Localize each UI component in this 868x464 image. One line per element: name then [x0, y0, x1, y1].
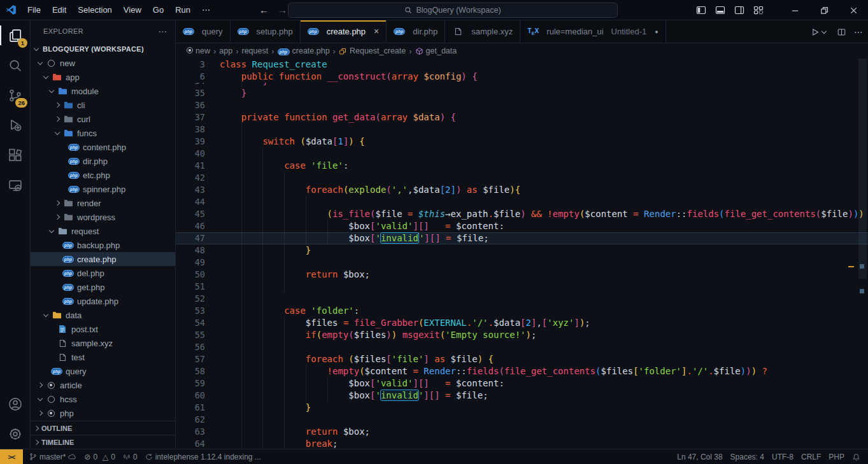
tree-item-new[interactable]: new	[31, 56, 175, 70]
tree-item-cli[interactable]: cli	[31, 98, 175, 112]
indent-guide	[284, 390, 285, 402]
tree-item-module[interactable]: module	[31, 84, 175, 98]
tree-item-render[interactable]: render	[31, 196, 175, 210]
line-content: switch ($data[1]) {	[205, 136, 868, 148]
tree-item-query[interactable]: phpquery	[31, 364, 175, 378]
tree-item-create-php[interactable]: phpcreate.php	[31, 252, 175, 266]
tab-create-php[interactable]: phpcreate.php×	[301, 20, 387, 43]
toggle-secondary-sidebar-icon[interactable]	[734, 5, 744, 15]
close-button[interactable]	[839, 0, 868, 20]
chevron-right-icon	[55, 214, 60, 220]
editor-scrollbar[interactable]	[858, 59, 867, 279]
tree-item-del-php[interactable]: phpdel.php	[31, 266, 175, 280]
problems-item[interactable]: ⊘ 0 △ 0	[80, 449, 119, 464]
cursor-position[interactable]: Ln 47, Col 38	[673, 449, 726, 464]
line-content	[205, 148, 868, 160]
php-file-icon: php	[68, 186, 80, 193]
line-number: 37	[176, 111, 205, 123]
indentation[interactable]: Spaces: 4	[727, 449, 768, 464]
tree-item-post-txt[interactable]: post.txt	[31, 322, 175, 336]
remote-explorer-activity-item[interactable]	[0, 170, 30, 200]
customize-layout-icon[interactable]	[753, 5, 764, 15]
tree-item-article[interactable]: article	[31, 378, 175, 392]
line-content: foreach(explode(',',$data[2]) as $file){	[205, 184, 868, 196]
breadcrumb-item-get_data[interactable]: get_data	[415, 46, 457, 55]
tab-close-icon[interactable]: ×	[374, 26, 379, 36]
menu-item-file[interactable]: File	[22, 3, 46, 17]
php-file-icon: php	[51, 368, 62, 375]
menu-item-go[interactable]: Go	[147, 3, 169, 17]
language-server-item[interactable]: intelephense 1.12.4 indexing ...	[141, 449, 265, 464]
split-editor-button[interactable]	[837, 28, 846, 36]
tree-item-dir-php[interactable]: phpdir.php	[31, 154, 175, 168]
tree-item-sample-xyz[interactable]: sample.xyz	[31, 336, 175, 350]
encoding[interactable]: UTF-8	[768, 449, 797, 464]
minimize-button[interactable]	[780, 0, 809, 20]
more-actions-icon[interactable]: ⋯	[854, 27, 863, 37]
run-button[interactable]	[811, 28, 829, 36]
tree-item-update-php[interactable]: phpupdate.php	[31, 294, 175, 308]
tree-item-spinner-php[interactable]: phpspinner.php	[31, 182, 175, 196]
breadcrumb-item-Request_create[interactable]: Request_create	[339, 46, 406, 55]
tree-item-app[interactable]: app	[31, 70, 175, 84]
menu-item-selection[interactable]: Selection	[72, 3, 117, 17]
run-dropdown-icon[interactable]	[822, 29, 827, 34]
tree-item-content-php[interactable]: phpcontent.php	[31, 140, 175, 154]
tree-item-funcs[interactable]: funcs	[31, 126, 175, 140]
toggle-panel-icon[interactable]	[715, 5, 725, 15]
breadcrumb-item-app[interactable]: app	[219, 46, 232, 55]
breadcrumb-item-request[interactable]: request	[241, 46, 268, 55]
outline-panel-header[interactable]: OUTLINE	[31, 421, 175, 435]
git-branch-item[interactable]: master*	[25, 449, 80, 464]
tree-item-php[interactable]: php	[31, 406, 175, 420]
menu-item-⋯[interactable]: ⋯	[196, 3, 216, 17]
menu-item-edit[interactable]: Edit	[46, 3, 72, 17]
files-activity-item[interactable]: 1	[0, 20, 30, 50]
extensions-activity-item[interactable]	[0, 140, 30, 170]
timeline-panel-header[interactable]: TIMELINE	[31, 435, 175, 449]
source-control-activity-item[interactable]: 26	[0, 80, 30, 110]
ports-item[interactable]: 0	[119, 449, 141, 464]
php-file-icon: php	[62, 284, 74, 291]
tab-sample-xyz[interactable]: sample.xyz	[445, 20, 520, 43]
search-activity-item[interactable]	[0, 50, 30, 80]
menu-item-view[interactable]: View	[118, 3, 147, 17]
menu-item-run[interactable]: Run	[169, 3, 196, 17]
workspace-section-header[interactable]: BLOGQUERY (WORKSPACE)	[31, 42, 175, 56]
tree-item-label: post.txt	[71, 325, 98, 334]
language-mode[interactable]: PHP	[825, 449, 848, 464]
line-number: 46	[176, 220, 205, 232]
eol-sequence[interactable]: CRLF	[797, 449, 825, 464]
nav-back-icon[interactable]: ←	[259, 4, 269, 15]
tree-item-label: curl	[77, 115, 90, 124]
class-symbol-icon	[339, 47, 347, 55]
command-center-search[interactable]: BlogQuery (Workspace)	[288, 3, 618, 18]
breadcrumb-item-create-php[interactable]: phpcreate.php	[278, 46, 330, 55]
run-debug-activity-item[interactable]	[0, 110, 30, 140]
restore-button[interactable]	[809, 0, 839, 20]
tree-item-hcss[interactable]: hcss	[31, 392, 175, 406]
breadcrumb-item-new[interactable]: new	[187, 46, 210, 55]
tree-item-data[interactable]: data	[31, 308, 175, 322]
tree-item-label: get.php	[77, 283, 104, 292]
account-activity-item[interactable]	[0, 389, 30, 419]
tree-item-test[interactable]: test	[31, 350, 175, 364]
tree-item-request[interactable]: request	[31, 224, 175, 238]
tree-item-backup-php[interactable]: phpbackup.php	[31, 238, 175, 252]
tab-dir-php[interactable]: phpdir.php	[387, 20, 445, 43]
settings-gear-activity-item[interactable]	[0, 419, 30, 449]
tab-query[interactable]: phpquery	[176, 20, 231, 43]
toggle-sidebar-icon[interactable]	[696, 5, 706, 15]
tree-item-get-php[interactable]: phpget.php	[31, 280, 175, 294]
tab-rule-median_ui[interactable]: TEXrule=median_uiUntitled-1●	[520, 20, 665, 43]
tree-item-curl[interactable]: curl	[31, 112, 175, 126]
tree-item-etc-php[interactable]: phpetc.php	[31, 168, 175, 182]
code-editor[interactable]: 3class Request_create6 public function _…	[176, 59, 868, 449]
tab-setup-php[interactable]: phpsetup.php	[231, 20, 301, 43]
nav-forward-icon[interactable]: →	[278, 4, 287, 15]
remote-indicator[interactable]: ><	[0, 449, 23, 464]
tree-item-wordpress[interactable]: wordpress	[31, 210, 175, 224]
indent-guide	[262, 353, 263, 365]
notifications-bell-icon[interactable]	[848, 449, 864, 464]
explorer-more-actions-icon[interactable]: ⋯	[159, 26, 167, 36]
